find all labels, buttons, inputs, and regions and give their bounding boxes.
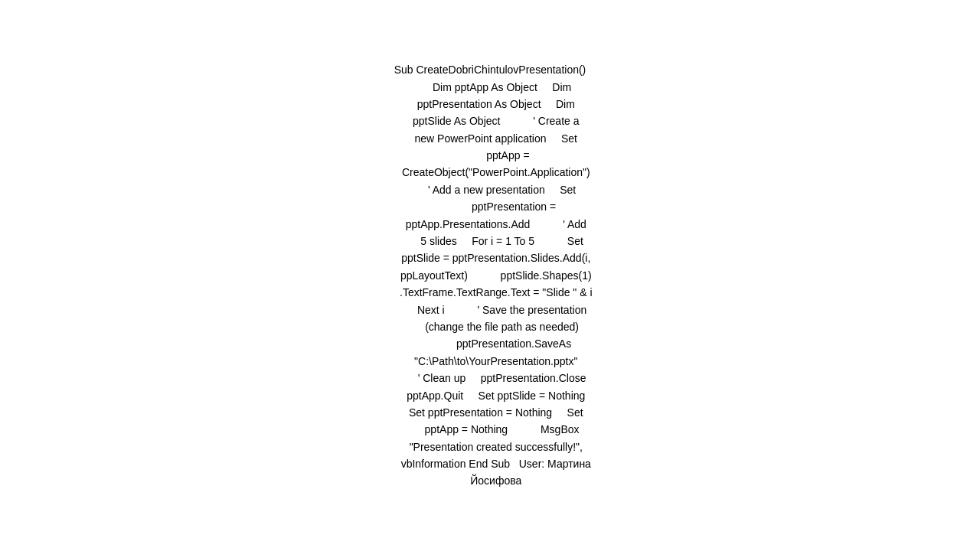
code-text: Sub CreateDobriChintulovPresentation() D… (329, 61, 651, 490)
code-content: Sub CreateDobriChintulovPresentation() D… (329, 61, 651, 490)
